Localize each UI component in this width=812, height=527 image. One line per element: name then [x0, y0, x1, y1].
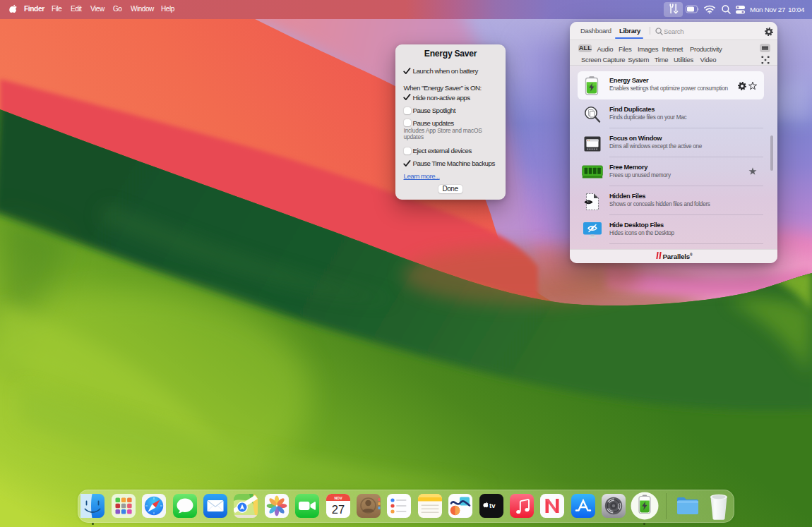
svg-text:27: 27 [331, 503, 344, 516]
svg-text:NOV: NOV [334, 496, 342, 500]
svg-text:tv: tv [489, 502, 496, 509]
